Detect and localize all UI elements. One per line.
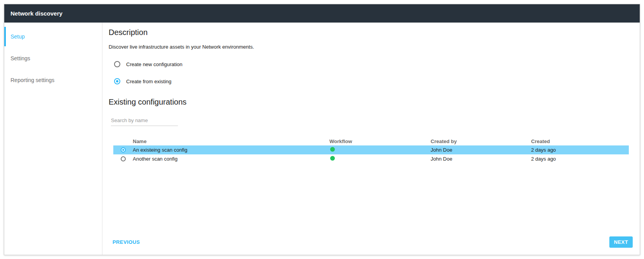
radio-option-label: Create new configuration [126,61,183,67]
network-discovery-dialog: Network discovery Setup Settings Reporti… [4,4,640,255]
column-header-created: Created [531,138,629,144]
radio-option-label: Create from existing [126,79,171,84]
next-button[interactable]: NEXT [609,236,633,248]
radio-selected-icon[interactable] [114,78,120,84]
content-spacer [109,163,633,231]
sidebar-item-label: Setup [11,33,25,40]
row-created: 2 days ago [531,147,629,153]
wizard-footer: PREVIOUS NEXT [109,231,633,255]
sidebar-item-label: Settings [11,55,30,61]
row-created-by: John Doe [431,147,531,153]
row-created: 2 days ago [531,156,629,162]
row-created-by: John Doe [431,156,531,162]
create-mode-radio-group: Create new configuration Create from exi… [109,61,633,84]
configurations-table: Name Workflow Created by Created An exis… [113,137,629,163]
table-row[interactable]: Another scan config John Doe 2 days ago [113,154,629,163]
dialog-body: Setup Settings Reporting settings Descri… [4,23,640,255]
previous-button[interactable]: PREVIOUS [113,239,140,245]
column-header-workflow: Workflow [329,138,431,144]
sidebar-item-label: Reporting settings [11,77,55,83]
column-header-name: Name [133,138,329,144]
radio-option-create-from-existing[interactable]: Create from existing [109,78,633,84]
wizard-steps-sidebar: Setup Settings Reporting settings [4,23,102,255]
table-header-row: Name Workflow Created by Created [113,137,629,145]
dialog-header: Network discovery [4,4,640,23]
row-name: An existeing scan config [133,147,329,153]
workflow-status-icon [330,156,335,161]
setup-panel: Description Discover live infrastructure… [102,23,640,255]
radio-selected-icon[interactable] [121,147,126,152]
dialog-title: Network discovery [11,10,62,17]
sidebar-item-setup[interactable]: Setup [4,26,102,47]
row-name: Another scan config [133,156,329,162]
sidebar-item-settings[interactable]: Settings [4,47,102,69]
table-row[interactable]: An existeing scan config John Doe 2 days… [113,145,629,154]
search-input[interactable] [111,115,178,126]
workflow-status-icon [330,147,335,152]
sidebar-item-reporting-settings[interactable]: Reporting settings [4,69,102,91]
radio-unselected-icon[interactable] [121,156,126,161]
column-header-created-by: Created by [431,138,531,144]
existing-configurations-heading: Existing configurations [109,98,633,107]
radio-option-create-new[interactable]: Create new configuration [109,61,633,67]
description-heading: Description [109,28,633,37]
radio-unselected-icon[interactable] [114,61,120,67]
description-text: Discover live infrastructure assets in y… [109,44,633,50]
